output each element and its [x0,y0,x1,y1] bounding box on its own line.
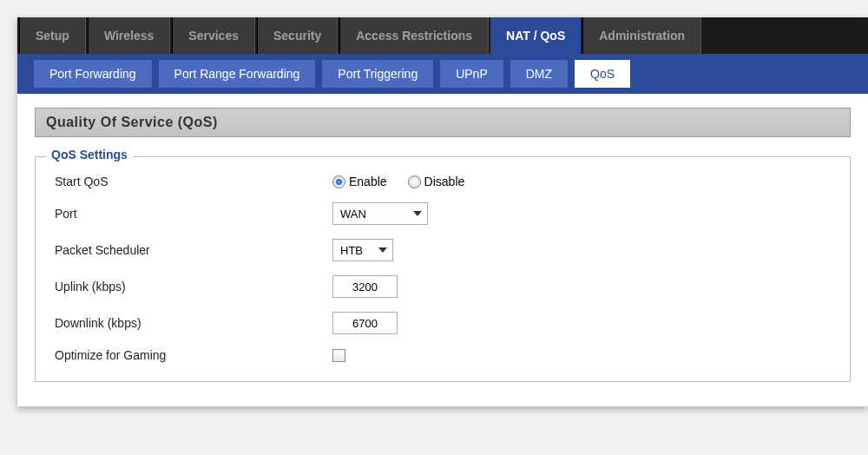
radio-enable-label: Enable [349,175,387,188]
checkbox-gaming[interactable] [332,349,345,362]
subtab-upnp[interactable]: UPnP [439,59,504,89]
chevron-down-icon [378,247,387,253]
row-downlink: Downlink (kbps) [55,312,831,334]
subtab-port-range-forwarding[interactable]: Port Range Forwarding [158,59,317,89]
tab-services[interactable]: Services [172,17,255,54]
row-port: Port WAN [55,202,831,225]
chevron-down-icon [413,211,422,216]
select-scheduler[interactable]: HTB [332,239,393,261]
label-gaming: Optimize for Gaming [55,348,332,362]
radio-disable-label: Disable [424,175,465,188]
section-title: Quality Of Service (QoS) [35,108,851,137]
radio-enable[interactable] [332,175,345,188]
label-port: Port [55,207,332,221]
content-area: Quality Of Service (QoS) QoS Settings St… [17,94,868,406]
tab-administration[interactable]: Administration [582,17,701,54]
primary-tabs: Setup Wireless Services Security Access … [17,17,868,54]
tab-wireless[interactable]: Wireless [88,17,170,54]
label-uplink: Uplink (kbps) [55,280,332,293]
select-port-value: WAN [340,208,366,221]
radio-disable[interactable] [408,175,421,188]
tab-security[interactable]: Security [257,17,338,54]
tab-nat-qos[interactable]: NAT / QoS [490,17,581,54]
row-start-qos: Start QoS Enable Disable [55,175,831,188]
subtab-port-forwarding[interactable]: Port Forwarding [33,59,153,89]
qos-settings-fieldset: QoS Settings Start QoS Enable Disable Po… [35,156,851,382]
tab-setup[interactable]: Setup [19,17,86,54]
router-admin-panel: Setup Wireless Services Security Access … [17,17,868,406]
label-downlink: Downlink (kbps) [55,316,332,330]
input-downlink[interactable] [332,312,398,334]
label-scheduler: Packet Scheduler [55,243,332,257]
label-start-qos: Start QoS [55,175,332,188]
row-gaming: Optimize for Gaming [55,348,831,362]
subtab-dmz[interactable]: DMZ [510,59,569,89]
secondary-tabs: Port Forwarding Port Range Forwarding Po… [17,54,868,94]
subtab-port-triggering[interactable]: Port Triggering [321,59,434,89]
tab-access-restrictions[interactable]: Access Restrictions [339,17,489,54]
row-uplink: Uplink (kbps) [55,275,831,298]
fieldset-legend: QoS Settings [46,148,133,162]
subtab-qos[interactable]: QoS [574,59,631,89]
input-uplink[interactable] [332,275,398,298]
select-scheduler-value: HTB [340,244,363,257]
row-scheduler: Packet Scheduler HTB [55,239,831,261]
select-port[interactable]: WAN [332,202,428,225]
